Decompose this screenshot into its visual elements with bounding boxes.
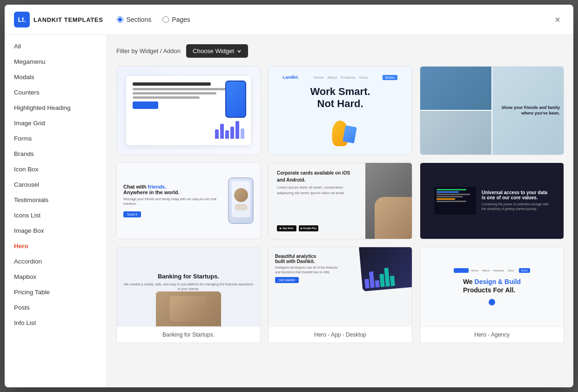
sidebar-item-modals[interactable]: Modals: [5, 69, 107, 85]
sidebar-item-mapbox[interactable]: Mapbox: [5, 269, 107, 284]
radio-sections-label: Sections: [126, 16, 151, 23]
filter-label: Filter by Widget / Addon: [116, 47, 181, 54]
logo-icon: Lt.: [14, 12, 30, 27]
sidebar-item-icon-box[interactable]: Icon Box: [5, 162, 107, 177]
sidebar-item-all[interactable]: All: [5, 39, 107, 54]
card-thumb-about2: Universal access to your data is one of …: [420, 163, 564, 239]
radio-sections[interactable]: Sections: [117, 16, 151, 23]
card-banking[interactable]: Banking for Startups. We created a simpl…: [116, 247, 261, 343]
main-content: Filter by Widget / Addon Choose Widget: [107, 35, 573, 387]
modal-body: All Megamenu Modals Counters Highlighted…: [5, 35, 573, 387]
card-download[interactable]: Corporate cards available on iOSand Andr…: [268, 162, 412, 239]
card-label-hero-desktop: Hero - App - Desktop: [269, 326, 412, 343]
sidebar-item-pricing-table[interactable]: Pricing Table: [5, 284, 107, 300]
filter-bar: Filter by Widget / Addon Choose Widget: [116, 44, 564, 58]
sidebar-item-brands[interactable]: Brands: [5, 146, 107, 162]
card-thumb-about-service: [117, 67, 260, 155]
card-hero-desktop[interactable]: Beautiful analyticsbuilt with Dashkit. I…: [268, 247, 412, 343]
card-label-hero-app: Hero - App - Mobile: [117, 239, 260, 239]
sidebar-item-megamenu[interactable]: Megamenu: [5, 54, 107, 69]
card-label-download: Download - Startup: [269, 239, 412, 239]
card-hero-app[interactable]: Chat with friends.Anywhere in the world.…: [116, 162, 261, 239]
logo-initials: Lt.: [18, 16, 26, 23]
sidebar-item-testimonials[interactable]: Testimonials: [5, 192, 107, 208]
sidebar-item-icons-list[interactable]: Icons List: [5, 208, 107, 223]
card-thumb-hero-service: Landkit. HomeAboutFeaturesDocs Button Wo…: [269, 67, 412, 155]
card-thumb-hero-app: Chat with friends.Anywhere in the world.…: [117, 163, 260, 239]
radio-pages[interactable]: Pages: [162, 16, 190, 23]
card-about-app[interactable]: Show your friends and familywhere you've…: [420, 66, 564, 155]
sidebar-item-image-box[interactable]: Image Box: [5, 223, 107, 238]
sidebar-item-accordion[interactable]: Accordion: [5, 254, 107, 269]
card-label-banking: Banking for Startups.: [117, 326, 260, 343]
sidebar-item-hero[interactable]: Hero: [5, 238, 107, 254]
choose-widget-button[interactable]: Choose Widget: [186, 44, 248, 58]
modal: Lt. LANDKIT TEMPLATES Sections Pages × A…: [5, 5, 573, 387]
card-about-service[interactable]: About - Service: [116, 66, 261, 155]
choose-widget-label: Choose Widget: [193, 47, 234, 54]
card-thumb-hero-desktop: Beautiful analyticsbuilt with Dashkit. I…: [269, 247, 412, 326]
sidebar-item-highlighted-heading[interactable]: Highlighted Heading: [5, 100, 107, 115]
card-thumb-about-app: Show your friends and familywhere you've…: [420, 67, 564, 155]
sidebar-item-posts[interactable]: Posts: [5, 300, 107, 315]
radio-pages-input[interactable]: [162, 16, 169, 23]
card-thumb-banking: Banking for Startups. We created a simpl…: [117, 247, 260, 326]
logo-block: Lt. LANDKIT TEMPLATES: [14, 12, 103, 27]
card-hero-service[interactable]: Landkit. HomeAboutFeaturesDocs Button Wo…: [268, 66, 412, 155]
radio-sections-input[interactable]: [117, 16, 123, 23]
card-about2[interactable]: Universal access to your data is one of …: [420, 162, 564, 239]
chevron-down-icon: [237, 49, 242, 54]
cards-grid: About - Service Landkit. HomeAboutFeatur…: [116, 66, 564, 343]
logo-text: LANDKIT TEMPLATES: [34, 16, 103, 23]
card-thumb-download: Corporate cards available on iOSand Andr…: [269, 163, 412, 239]
card-label-about-app: About - App - Mobile: [420, 155, 564, 155]
radio-group: Sections Pages: [117, 16, 190, 23]
sidebar-item-info-list[interactable]: Info List: [5, 315, 107, 331]
card-label-about2: About 2 - Startup: [420, 239, 564, 239]
card-label-hero-agency: Hero - Agency: [420, 326, 564, 343]
sidebar-item-forms[interactable]: Forms: [5, 131, 107, 146]
card-thumb-hero-agency: Home About Features Docs Button We Desig…: [420, 247, 564, 326]
sidebar-item-carousel[interactable]: Carousel: [5, 177, 107, 192]
card-hero-agency[interactable]: Home About Features Docs Button We Desig…: [420, 247, 564, 343]
close-button[interactable]: ×: [551, 13, 564, 26]
sidebar-item-image-grid[interactable]: Image Grid: [5, 115, 107, 131]
radio-pages-label: Pages: [172, 16, 190, 23]
card-label-about-service: About - Service: [117, 155, 260, 155]
card-label-hero-service: Hero - Service: [269, 155, 412, 155]
sidebar: All Megamenu Modals Counters Highlighted…: [5, 35, 107, 387]
sidebar-item-counters[interactable]: Counters: [5, 85, 107, 100]
modal-header: Lt. LANDKIT TEMPLATES Sections Pages ×: [5, 5, 573, 35]
